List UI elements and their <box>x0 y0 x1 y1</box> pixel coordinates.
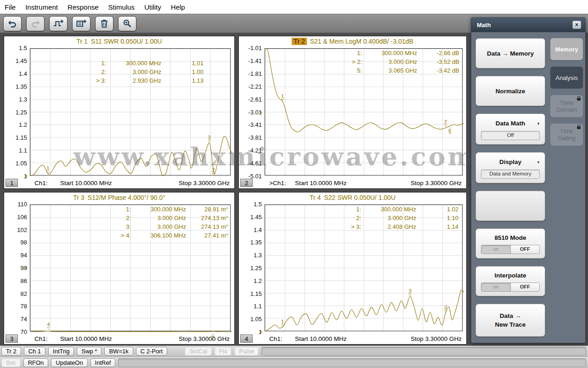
menu-response[interactable]: Response <box>68 3 99 11</box>
zoom-button[interactable] <box>118 16 136 31</box>
toggle-off-label: OFF <box>510 245 540 254</box>
marker-value: 1.10 <box>416 215 458 222</box>
plot-grid[interactable]: 1:300.000 MHz28.91 m°2:3.000 GHz274.13 m… <box>30 204 231 331</box>
sweep-start: Start 10.0000 MHz <box>60 335 112 342</box>
measurement-title: S21 & Mem LogM 0.400dB/ -3.01dB <box>310 38 413 45</box>
mode-8510-toggle[interactable]: onOFF <box>481 245 540 254</box>
status-tr-2[interactable]: Tr 2 <box>1 347 21 356</box>
normalize-button[interactable]: Normalize <box>475 76 545 106</box>
toggle-off-label: OFF <box>510 283 540 291</box>
interpolate-toggle[interactable]: onOFF <box>481 283 540 292</box>
tab-analysis[interactable]: Analysis <box>550 67 583 89</box>
plot-tr2: Tr 2S21 & Mem LogM 0.400dB/ -3.01dB-1.01… <box>238 36 467 189</box>
status-updateon[interactable]: UpdateOn <box>51 358 87 367</box>
status-svc[interactable]: Svc <box>1 358 21 367</box>
channel-label: Ch1: <box>269 335 283 342</box>
marker-readout: 1:300.000 MHz-2.66 dB> 2:3.000 GHz-3.52 … <box>346 50 459 74</box>
curve-marker[interactable]: 4▽ <box>47 323 50 330</box>
channel-badge[interactable]: 4 <box>240 334 253 343</box>
button-label: New Trace <box>495 320 526 329</box>
close-icon[interactable]: × <box>572 21 581 29</box>
curve-marker[interactable]: 1▽ <box>281 320 284 327</box>
display-button[interactable]: Display▼Data and Memory <box>475 152 545 183</box>
add-trace-button[interactable] <box>49 16 68 31</box>
status-rfon[interactable]: RFOn <box>23 358 49 367</box>
y-axis-label: 1.2 <box>4 121 27 128</box>
curve-marker[interactable]: △5 <box>448 127 451 134</box>
redo-button[interactable] <box>26 16 45 31</box>
new-channel-button[interactable] <box>72 16 90 31</box>
y-axis-label: -1.01 <box>239 45 262 51</box>
plot-grid[interactable]: 1:300.000 MHz1.022:3.000 GHz1.10> 3:2.40… <box>265 204 463 331</box>
status-message-area <box>261 347 586 356</box>
trace-label[interactable]: Tr 1 <box>77 38 88 45</box>
status-bw-1k[interactable]: BW=1k <box>104 347 133 356</box>
curve-marker[interactable]: △2 <box>211 333 214 340</box>
delete-trace-button[interactable] <box>95 16 113 31</box>
interpolate-button[interactable]: InterpolateonOFF <box>475 266 545 296</box>
marker-label: 2 <box>211 336 214 340</box>
plot-title: Tr 3S12/M Phase 4.000°/ 90.0° <box>4 194 234 201</box>
measurement-title: S12/M Phase 4.000°/ 90.0° <box>88 194 165 201</box>
tab-memory[interactable]: Memory <box>550 38 583 60</box>
mode-8510-button[interactable]: 8510 ModeonOFF <box>475 228 545 259</box>
data-to-new-trace-button[interactable]: Data →New Trace <box>475 304 545 337</box>
status-fix[interactable]: Fix <box>215 347 232 356</box>
measurement-title: S22 SWR 0.050U/ 1.00U <box>324 194 396 201</box>
marker-frequency: 300.000 MHz <box>362 206 416 213</box>
y-axis-label: 82 <box>4 290 27 297</box>
y-axis-label: -2.21 <box>239 83 262 90</box>
curve-marker[interactable]: 2▽ <box>444 120 447 127</box>
status-c-2-port[interactable]: C 2-Port <box>136 347 167 356</box>
channel-badge[interactable]: 2 <box>240 179 253 187</box>
menu-utility[interactable]: Utility <box>144 3 161 11</box>
trace-label[interactable]: Tr 4 <box>310 194 321 201</box>
y-axis-label: 78 <box>4 303 27 310</box>
y-axis-label: 1.05 <box>4 160 27 167</box>
curve-marker[interactable]: 2▽ <box>444 306 447 313</box>
status-swp-[interactable]: Swp * <box>77 347 102 356</box>
undo-icon <box>7 19 18 28</box>
status-ch-1[interactable]: Ch 1 <box>24 347 45 356</box>
status-pulse[interactable]: Pulse <box>234 347 259 356</box>
data-math-button[interactable]: Data Math▼Off <box>475 113 545 145</box>
curve-marker[interactable]: 1▽ <box>281 94 284 102</box>
trace-label[interactable]: Tr 3 <box>73 194 84 201</box>
status-srccal[interactable]: SrcCal <box>185 347 212 356</box>
plot-grid[interactable]: 1:300.000 MHz1.012:3.000 GHz1.00> 3:2.93… <box>30 48 231 176</box>
zoom-in-icon <box>122 19 132 28</box>
trace-label[interactable]: Tr 2 <box>292 38 306 45</box>
channel-label: Ch1: <box>34 180 48 187</box>
marker-number: > 4: <box>115 232 132 239</box>
status-intref[interactable]: IntRef <box>90 358 116 367</box>
sweep-start: Start 10.0000 MHz <box>295 335 347 342</box>
data-to-memory-button[interactable]: Data → Memory <box>475 38 545 68</box>
curve-marker[interactable]: 1▽ <box>47 166 50 174</box>
channel-badge[interactable]: 3 <box>6 334 18 343</box>
marker-frequency: 300.000 MHz <box>107 60 161 67</box>
menu-instrument[interactable]: Instrument <box>25 3 58 11</box>
curve-marker[interactable]: 2▽ <box>212 168 215 176</box>
marker-value: -3.42 dB <box>417 67 459 74</box>
menu-stimulus[interactable]: Stimulus <box>108 3 135 11</box>
marker-value: 1.01 <box>161 60 204 67</box>
sweep-stop: Stop 3.30000 GHz <box>411 180 462 187</box>
channel-badge[interactable]: 1 <box>6 179 18 187</box>
menu-file[interactable]: File <box>5 3 16 11</box>
status-inttrig[interactable]: IntTrig <box>48 347 74 356</box>
curve-marker[interactable]: 3▽ <box>409 289 412 296</box>
data-math-value[interactable]: Off <box>481 131 540 140</box>
button-label: Interpolate <box>476 272 545 279</box>
marker-number: 1: <box>115 206 132 213</box>
menu-help[interactable]: Help <box>171 3 185 11</box>
marker-frequency: 3.000 GHz <box>107 68 161 76</box>
undo-button[interactable] <box>3 16 22 31</box>
curve-marker[interactable]: 3▽ <box>208 136 211 143</box>
y-axis-label: 1.15 <box>4 134 27 141</box>
marker-value: 27.41 m° <box>186 232 228 239</box>
marker-frequency: 306.100 MHz <box>132 232 186 239</box>
display-value[interactable]: Data and Memory <box>481 170 540 179</box>
plot-grid[interactable]: 1:300.000 MHz-2.66 dB> 2:3.000 GHz-3.52 … <box>265 48 463 176</box>
plot-title: Tr 4S22 SWR 0.050U/ 1.00U <box>239 194 466 201</box>
math-panel-titlebar[interactable]: Math × <box>471 18 585 32</box>
